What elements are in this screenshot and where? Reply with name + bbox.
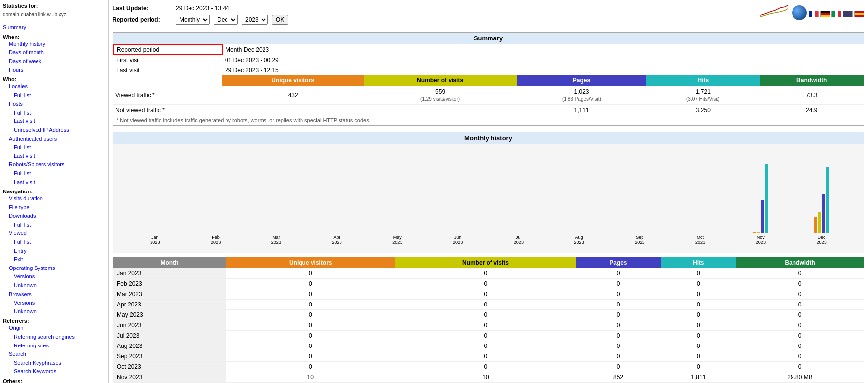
sidebar-item-exit[interactable]: Exit (3, 255, 105, 264)
sidebar-item-days-of-month[interactable]: Days of month (3, 48, 105, 57)
table-row: Jun 202300000 (113, 320, 864, 331)
year-select[interactable]: 202120222023 (242, 15, 268, 25)
history-table-body: Jan 202300000Feb 202300000Mar 202300000A… (113, 268, 864, 383)
site-domain: domain-cuaban.link.w...b.xyz (3, 12, 105, 17)
table-cell-bandwidth: 0 (736, 279, 864, 289)
viewed-bandwidth: 73.3 (760, 86, 864, 105)
sidebar-item-full-list-5[interactable]: Full list (3, 221, 105, 230)
flag-de-icon[interactable] (820, 11, 830, 17)
sidebar-item-summary[interactable]: Summary (3, 23, 105, 32)
sidebar-item-file-type[interactable]: File type (3, 203, 105, 212)
sidebar-item-browsers[interactable]: Browsers (3, 290, 105, 299)
stats-header-row: Unique visitors Number of visits Pages H… (113, 75, 864, 86)
first-visit-value: 01 Dec 2023 - 00:29 (222, 55, 760, 65)
sidebar-item-full-list-1[interactable]: Full list (3, 91, 105, 100)
sidebar-item-days-of-week[interactable]: Days of week (3, 57, 105, 66)
table-cell-bandwidth: 0 (736, 268, 864, 279)
chart-month-group-9 (673, 164, 728, 233)
table-cell-bandwidth: 0 (736, 331, 864, 341)
table-cell-unique: 0 (226, 320, 395, 331)
ok-button[interactable]: OK (272, 15, 288, 25)
sidebar-item-operating-systems[interactable]: Operating Systems (3, 264, 105, 273)
sidebar-item-hosts[interactable]: Hosts (3, 100, 105, 109)
table-cell-visits: 0 (395, 320, 576, 331)
sidebar-others-label: Others: (3, 378, 105, 383)
chart-x-label-5: Jun 2023 (431, 235, 486, 245)
sidebar-item-full-list-4[interactable]: Full list (3, 169, 105, 178)
table-cell-pages: 0 (576, 362, 660, 372)
sidebar-item-origin[interactable]: Origin (3, 324, 105, 333)
chart-month-group-2 (249, 164, 304, 233)
sidebar-item-visits-duration[interactable]: Visits duration (3, 194, 105, 203)
chart-month-group-5 (431, 164, 486, 233)
table-cell-visits: 0 (395, 300, 576, 310)
table-cell-pages: 0 (576, 341, 660, 351)
table-cell-pages: 0 (576, 331, 660, 341)
chart-x-label-10: Nov 2023 (734, 235, 789, 245)
sidebar-item-unresolved-ip[interactable]: Unresolved IP Address (3, 126, 105, 135)
table-cell-unique: 0 (226, 341, 395, 351)
th-unique-visitors: Unique visitors (226, 257, 395, 268)
table-cell-bandwidth: 0 (736, 300, 864, 310)
sidebar-item-unknown-1[interactable]: Unknown (3, 281, 105, 290)
viewed-bandwidth-value: 73.3 (806, 92, 817, 99)
flag-fr-icon[interactable] (809, 11, 819, 17)
month-select[interactable]: JanFebMarApr MayJunJulAug SepOctNovDec (214, 15, 238, 25)
bar-11-0 (814, 217, 817, 233)
viewed-traffic-row: Viewed traffic * 432 559 (1.29 visits/vi… (113, 86, 864, 105)
sidebar-item-authenticated-users[interactable]: Authenticated users (3, 135, 105, 144)
viewed-visits-sub: (1.29 visits/visitor) (420, 96, 460, 102)
bars-row-8 (632, 164, 647, 233)
sidebar-item-full-list-2[interactable]: Full list (3, 109, 105, 117)
table-cell-hits: 0 (661, 341, 736, 351)
not-viewed-bandwidth: 24.9 (760, 105, 864, 116)
bar-10-2 (761, 200, 764, 233)
sidebar-item-last-visit-3[interactable]: Last visit (3, 178, 105, 187)
sidebar-item-search-keywords[interactable]: Search Keywords (3, 367, 105, 376)
chart-x-label-2: Mar 2023 (249, 235, 304, 245)
summary-title: Summary (113, 33, 864, 44)
sidebar-item-versions-2[interactable]: Versions (3, 299, 105, 307)
sidebar-item-last-visit-2[interactable]: Last visit (3, 152, 105, 161)
sidebar-item-full-list-3[interactable]: Full list (3, 143, 105, 152)
sidebar-item-last-visit-1[interactable]: Last visit (3, 117, 105, 126)
monthly-history-title: Monthly history (113, 132, 864, 144)
table-cell-pages: 852 (576, 372, 660, 383)
sidebar-item-full-list-6[interactable]: Full list (3, 238, 105, 247)
table-cell-hits: 0 (661, 351, 736, 362)
reported-period-label: Reported period: (113, 16, 172, 23)
sidebar-item-viewed[interactable]: Viewed (3, 229, 105, 238)
bars-row-7 (571, 164, 587, 233)
table-cell-hits: 0 (661, 310, 736, 320)
sidebar-when-label: When: (3, 34, 105, 40)
sidebar: Statistics for: domain-cuaban.link.w...b… (0, 0, 109, 383)
chart-month-group-6 (491, 164, 546, 233)
sidebar-item-unknown-2[interactable]: Unknown (3, 307, 105, 316)
not-viewed-unique (222, 105, 364, 116)
sidebar-item-referring-sites[interactable]: Referring sites (3, 342, 105, 350)
period-select[interactable]: Monthly Daily Weekly (176, 15, 210, 25)
sidebar-item-referring-search-engines[interactable]: Referring search engines (3, 333, 105, 342)
sidebar-item-downloads[interactable]: Downloads (3, 212, 105, 221)
flag-it-icon[interactable] (831, 11, 841, 17)
table-cell-month: Nov 2023 (113, 372, 226, 383)
viewed-pages-sub: (1.83 Pages/Visit) (562, 96, 601, 102)
chart-x-label-6: Jul 2023 (491, 235, 546, 245)
sidebar-item-robots-spiders[interactable]: Robots/Spiders visitors (3, 160, 105, 169)
table-cell-unique: 0 (226, 289, 395, 300)
table-cell-bandwidth: 0 (736, 320, 864, 331)
table-cell-month: Aug 2023 (113, 341, 226, 351)
flag-us-icon[interactable] (843, 11, 853, 17)
reported-period-row: Reported period Month Dec 2023 (113, 45, 864, 55)
flag-es-icon[interactable] (854, 11, 864, 17)
sidebar-item-versions-1[interactable]: Versions (3, 272, 105, 281)
sidebar-item-search-keyphrases[interactable]: Search Keyphrases (3, 359, 105, 368)
table-cell-month: Oct 2023 (113, 362, 226, 372)
sidebar-item-entry[interactable]: Entry (3, 247, 105, 256)
sidebar-item-monthly-history[interactable]: Monthly history (3, 40, 105, 49)
sidebar-item-locales[interactable]: Locales (3, 82, 105, 91)
bars-row-4 (390, 164, 405, 233)
sidebar-item-search[interactable]: Search (3, 350, 105, 359)
summary-section: Summary Reported period Month Dec 2023 F… (113, 32, 864, 126)
sidebar-item-hours[interactable]: Hours (3, 66, 105, 75)
